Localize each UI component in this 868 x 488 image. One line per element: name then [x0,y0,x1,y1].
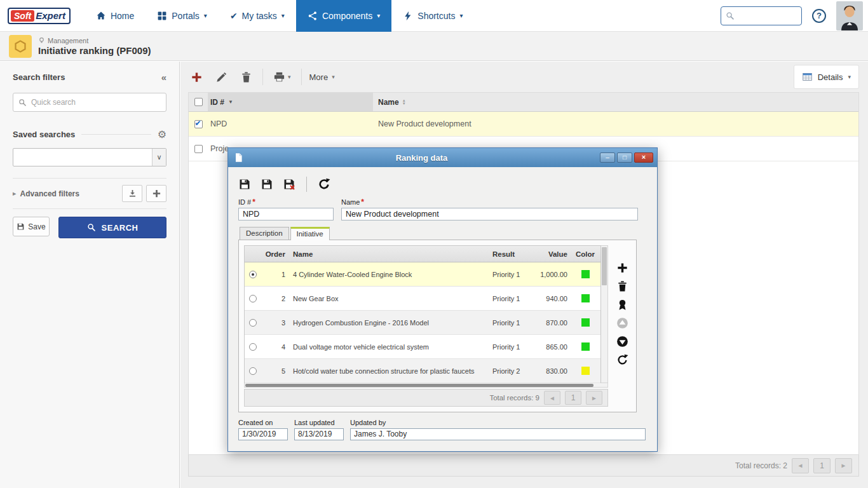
table-row[interactable]: NPD New Product development [189,112,858,137]
refresh-list-button[interactable] [616,354,628,366]
advanced-filters-label[interactable]: Advanced filters [20,189,79,198]
hexagon-icon [13,39,27,53]
scrollbar-thumb[interactable] [602,247,607,285]
column-header-id[interactable]: ID # ▼ [208,93,373,111]
scrollbar-thumb[interactable] [245,384,593,387]
edit-record-button[interactable] [213,69,230,86]
move-down-button[interactable] [616,336,628,348]
last-updated-group: Last updated [294,419,344,440]
ranking-row[interactable]: 5 Hot/cold water tube connection structu… [245,359,600,383]
add-initiative-button[interactable] [616,262,628,274]
row-checkbox[interactable] [194,145,203,153]
ranking-row[interactable]: 4 Dual voltage motor vehicle electrical … [245,335,600,359]
delete-initiative-button[interactable] [616,280,628,292]
select-all-checkbox[interactable] [194,98,203,106]
prev-page-button[interactable]: ◄ [544,391,560,405]
add-filter-button[interactable] [146,185,166,202]
column-header-name[interactable]: Name ▲▼ [373,98,858,107]
quick-search-box[interactable] [13,93,166,112]
close-button[interactable]: × [634,152,653,163]
radio-button[interactable] [249,367,257,375]
divider [306,177,307,192]
nav-item-portals[interactable]: Portals ▾ [146,0,219,32]
current-page[interactable]: 1 [565,391,581,405]
minimize-button[interactable]: – [600,152,615,163]
save-and-new-button[interactable] [261,178,273,191]
chevron-down-icon: ▾ [332,74,335,80]
pencil-icon [215,71,227,83]
name-input[interactable] [341,208,638,220]
global-search-box[interactable] [721,6,802,25]
row-checkbox[interactable] [194,120,203,128]
cell-order: 5 [261,367,290,375]
plus-icon [152,189,161,198]
print-button[interactable]: ▾ [271,69,294,86]
import-filter-button[interactable] [122,185,142,202]
updated-by-input[interactable] [350,428,646,440]
divider [301,69,302,85]
saved-searches-select[interactable]: ∨ [13,148,166,166]
delete-record-button[interactable] [238,69,255,86]
category-icon [38,37,45,44]
column-order[interactable]: Order [261,250,290,258]
column-name[interactable]: Name [290,250,492,258]
help-button[interactable]: ? [812,9,826,23]
next-page-button[interactable]: ► [586,391,602,405]
quick-search-input[interactable] [31,98,161,107]
save-button[interactable] [238,178,251,191]
more-button[interactable]: More ▾ [309,72,335,82]
search-button[interactable]: SEARCH [58,217,166,238]
user-avatar[interactable] [836,1,863,30]
column-value[interactable]: Value [531,250,571,258]
id-field-group: ID #* [238,198,334,220]
next-page-button[interactable]: ► [835,458,852,473]
radio-button[interactable] [249,319,257,327]
nav-item-my-tasks[interactable]: ✔ My tasks ▾ [219,0,296,32]
details-view-button[interactable]: Details ▾ [794,65,859,89]
column-color[interactable]: Color [571,250,599,258]
last-updated-label: Last updated [294,419,344,426]
vertical-scrollbar[interactable] [601,245,608,383]
nav-item-shortcuts[interactable]: Shortcuts ▾ [391,0,474,32]
record-toolbar: ▾ More ▾ Details ▾ [180,62,868,92]
gear-icon[interactable]: ⚙ [158,128,166,140]
prev-page-button[interactable]: ◄ [792,458,809,473]
portals-icon [157,11,167,21]
nav-item-components[interactable]: Components ▾ [296,0,391,32]
ranking-row[interactable]: 3 Hydrogen Combustion Engine - 2016 Mode… [245,311,600,335]
cell-result: Priority 2 [492,367,531,375]
initiative-grid-area: Order Name Result Value Color 1 4 Cylind… [244,245,608,407]
radio-button[interactable] [249,271,257,278]
refresh-button[interactable] [318,178,330,191]
cell-value: 1,000.00 [531,271,571,278]
nav-item-home[interactable]: Home [85,0,146,32]
updated-by-group: Updated by [350,419,646,440]
global-search-input[interactable] [738,11,796,20]
current-page[interactable]: 1 [813,458,831,473]
maximize-button[interactable]: □ [617,152,632,163]
created-on-input[interactable] [238,428,288,440]
cell-order: 3 [261,319,290,327]
column-result[interactable]: Result [492,250,531,258]
id-input[interactable] [238,208,334,220]
radio-button[interactable] [249,343,257,351]
softexpert-logo[interactable]: Soft Expert [8,8,71,24]
cell-result: Priority 1 [492,343,531,351]
ranking-row[interactable]: 1 4 Cylinder Water-Cooled Engine Block P… [245,262,600,287]
tab-description[interactable]: Description [240,227,289,240]
dialog-titlebar[interactable]: Ranking data – □ × [228,148,657,167]
radio-button[interactable] [249,295,257,302]
advanced-filters-row: ▸ Advanced filters [13,185,166,209]
collapse-sidebar-button[interactable]: « [161,72,166,83]
add-record-button[interactable] [188,69,205,86]
tab-initiative[interactable]: Initiative [290,227,330,240]
move-up-button[interactable] [616,317,628,329]
ranking-row[interactable]: 2 New Gear Box Priority 1 940.00 [245,287,600,311]
save-search-button[interactable]: Save [13,217,50,236]
horizontal-scrollbar[interactable] [244,383,608,388]
last-updated-input[interactable] [294,428,344,440]
expand-icon[interactable]: ▸ [13,189,17,198]
ranking-criteria-button[interactable] [616,299,628,311]
save-and-close-button[interactable] [283,178,295,191]
search-filters-sidebar: Search filters « Saved searches ⚙ ∨ ▸ Ad… [0,62,180,488]
